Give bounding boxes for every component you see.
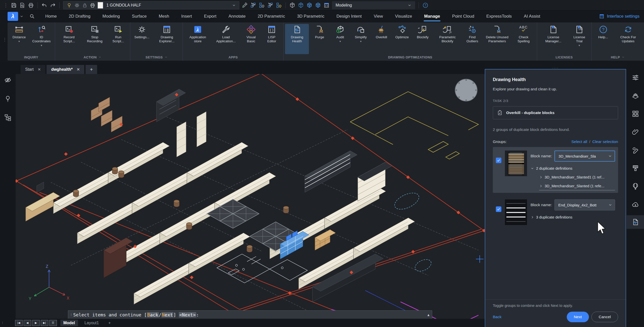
ribbon-item-help[interactable]: Help... <box>593 24 613 54</box>
cloud-upload-icon[interactable] <box>632 201 639 208</box>
workspace-selector[interactable]: Modeling <box>332 1 415 9</box>
ribbon-group-label[interactable]: SETTINGS <box>132 54 181 60</box>
ribbon-item-simplify[interactable]: Simplify ▾ <box>351 24 371 54</box>
dropdown-caret[interactable]: ▾ <box>579 44 580 47</box>
new-layout-button[interactable]: + <box>105 320 114 326</box>
light-bulb-icon[interactable] <box>4 95 12 102</box>
panel-drag-handle[interactable]: ···· <box>552 66 558 70</box>
ribbon-item-overkill[interactable]: Overkill <box>371 24 391 54</box>
select-all-link[interactable]: Select all <box>571 139 587 144</box>
block-name-select[interactable]: End_Display_4x2_Bott <box>554 199 615 210</box>
attachments-paperclip-icon[interactable] <box>632 128 639 136</box>
help-icon[interactable] <box>422 2 428 8</box>
tab-2d-parametric[interactable]: 2D Parametric <box>257 12 286 21</box>
ribbon-item-visual-basic[interactable]: Visual Basic <box>241 24 261 54</box>
tab-export[interactable]: Export <box>204 12 217 21</box>
ribbon-item-distance[interactable]: Distance ▾ <box>9 24 29 54</box>
ribbon-item-application-store[interactable]: Application store <box>184 24 211 54</box>
tab-2d-drafting[interactable]: 2D Drafting <box>68 12 91 21</box>
duplicate-definition-item[interactable]: 3D_Merchandiser_Slanted (1 refe... <box>539 184 615 190</box>
unisolate-objects-icon[interactable] <box>276 2 282 8</box>
hatch-paint-icon[interactable] <box>632 164 639 172</box>
tab-design-intent[interactable]: Design Intent <box>336 12 362 21</box>
shaded-cube-icon[interactable] <box>306 2 312 8</box>
dropdown-caret[interactable]: ▾ <box>360 40 361 43</box>
ribbon-item-audit[interactable]: Audit ▾ <box>330 24 350 54</box>
close-icon[interactable]: ✕ <box>77 67 80 72</box>
group-checkbox[interactable] <box>496 206 501 212</box>
tab-modeling[interactable]: Modeling <box>102 12 120 21</box>
tab-3d-parametric[interactable]: 3D Parametric <box>297 12 325 21</box>
tab-manage[interactable]: Manage <box>424 12 440 21</box>
ribbon-item-settings[interactable]: Settings... <box>132 24 152 54</box>
file-search-icon[interactable] <box>19 2 25 8</box>
duplicate-definitions-toggle[interactable]: 3 duplicate definitions <box>531 215 615 219</box>
new-document-tab-button[interactable]: + <box>86 65 97 74</box>
app-logo[interactable]: λ <box>8 12 18 21</box>
drawing-properties-selector[interactable]: 1 GONDOLA HALF <box>63 1 239 9</box>
realistic-cube-icon[interactable] <box>315 2 321 8</box>
next-layout-button[interactable]: ▶ <box>32 320 40 326</box>
ribbon-item-check-for-updates[interactable]: Check For Updates <box>614 24 642 54</box>
group-checkbox[interactable] <box>496 158 501 163</box>
tab-expresstools[interactable]: ExpressTools <box>486 12 512 21</box>
ribbon-item-purge[interactable]: Purge <box>309 24 330 54</box>
duplicate-definition-item[interactable]: 3D_Merchandiser_Slanted1 (1 ref... <box>539 175 615 179</box>
tab-annotate[interactable]: Annotate <box>228 12 246 21</box>
ribbon-item-drawing-explorer[interactable]: Drawing Explorer... <box>152 24 181 54</box>
back-button[interactable]: Back <box>493 315 501 319</box>
next-button[interactable]: Next <box>567 312 589 322</box>
ribbon-group-label[interactable]: HELP <box>593 54 642 60</box>
plot-icon[interactable] <box>28 2 34 8</box>
ribbon-item-optimize[interactable]: Optimize <box>392 24 412 54</box>
ribbon-item-find-outliers[interactable]: Find Outliers <box>462 24 482 54</box>
ribbon-item-drawing-health[interactable]: Drawing Health <box>285 24 309 54</box>
cancel-button[interactable]: Cancel <box>591 312 618 322</box>
dropdown-caret[interactable]: ▾ <box>18 40 20 43</box>
prev-layout-button[interactable]: ◀ <box>24 320 31 326</box>
clear-selection-link[interactable]: Clear selection <box>592 139 618 144</box>
ribbon-item-delete-unused-parameters[interactable]: Delete Unused Parameters <box>483 24 511 54</box>
render-balloon-icon[interactable] <box>632 183 639 190</box>
hidden-cube-icon[interactable] <box>298 2 304 8</box>
command-line[interactable]: ⁞ Select items and continue [Back/Next] … <box>68 310 432 319</box>
layout-tab-model[interactable]: Model <box>60 320 78 326</box>
ribbon-item-record-script[interactable]: Record Script... <box>57 24 82 54</box>
ribbon-item-run-script[interactable]: Run Script... <box>108 24 129 54</box>
ribbon-item-license-manager[interactable]: License Manager... <box>539 24 568 54</box>
dropdown-caret[interactable]: ▾ <box>41 44 42 47</box>
structure-tree-icon[interactable] <box>4 114 12 121</box>
tab-home[interactable]: Home <box>45 12 57 21</box>
tab-view[interactable]: View <box>373 12 384 21</box>
tab-insert[interactable]: Insert <box>181 12 193 21</box>
duplicate-definitions-toggle[interactable]: 2 duplicate definitions <box>531 166 615 170</box>
ribbon-item-load-application[interactable]: Load Application... <box>212 24 240 54</box>
layout-tab-layout1[interactable]: Layout1 <box>82 320 102 326</box>
command-history-caret[interactable]: ▲ <box>427 313 429 317</box>
drawing-viewport[interactable]: Z Y X <box>16 74 485 327</box>
redo-icon[interactable] <box>50 2 56 8</box>
properties-sliders-icon[interactable] <box>632 74 639 81</box>
doc-tab-dwghealth[interactable]: dwghealth* ✕ <box>47 65 84 74</box>
tab-point-cloud[interactable]: Point Cloud <box>452 12 475 21</box>
ribbon-item-blockify[interactable]: Blockify <box>413 24 433 54</box>
search-icon[interactable] <box>29 14 35 19</box>
eyedropper-icon[interactable] <box>242 2 248 8</box>
tab-ai-assist[interactable]: AI Assist <box>523 12 541 21</box>
sheets-render-icon[interactable] <box>632 146 639 154</box>
layers-icon[interactable] <box>632 92 639 99</box>
tab-visualize[interactable]: Visualize <box>394 12 413 21</box>
ribbon-grip[interactable]: ⋮ <box>3 37 7 42</box>
chevron-down-icon[interactable] <box>20 14 24 18</box>
block-name-select[interactable]: 3D_Merchandiser_Sla <box>554 151 615 162</box>
ribbon-item-id-coordinates[interactable]: ID Coordinates ▾ <box>30 24 53 54</box>
close-icon[interactable]: ✕ <box>38 67 41 72</box>
interface-settings-button[interactable]: Interface settings <box>599 14 639 19</box>
ribbon-group-label[interactable]: ACTION <box>57 54 129 60</box>
layout-list-icon[interactable]: ☰ <box>49 320 57 326</box>
hide-objects-icon[interactable] <box>4 76 12 84</box>
tab-mesh[interactable]: Mesh <box>158 12 170 21</box>
ribbon-item-check-spelling[interactable]: Check Spelling <box>512 24 535 54</box>
drawing-health-panel-tab[interactable] <box>627 215 644 229</box>
wireframe-cube-icon[interactable] <box>289 2 295 8</box>
